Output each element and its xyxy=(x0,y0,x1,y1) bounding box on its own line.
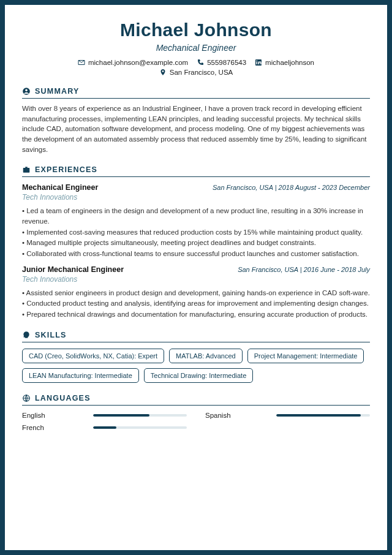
phone-text: 5559876543 xyxy=(207,59,246,66)
head-icon xyxy=(22,331,31,339)
svg-point-4 xyxy=(25,89,28,92)
job-meta: San Francisco, USA | 2018 August - 2023 … xyxy=(213,184,370,191)
job-role: Mechanical Engineer xyxy=(22,43,370,53)
svg-rect-5 xyxy=(23,168,30,173)
globe-icon xyxy=(22,394,31,402)
level-fill xyxy=(93,414,149,417)
summary-label: SUMMARY xyxy=(35,87,80,96)
summary-heading: SUMMARY xyxy=(22,87,370,99)
job-meta: San Francisco, USA | 2016 June - 2018 Ju… xyxy=(238,266,370,273)
skill-pill: LEAN Manufacturing: Intermediate xyxy=(22,368,139,383)
skills-heading: SKILLS xyxy=(22,331,370,342)
job-company: Tech Innovations xyxy=(22,193,370,202)
experiences-label: EXPERIENCES xyxy=(35,165,97,174)
phone-item: 5559876543 xyxy=(197,59,246,66)
contact-row-2: San Francisco, USA xyxy=(22,69,370,76)
level-bar xyxy=(276,414,370,417)
language-name: Spanish xyxy=(205,412,266,419)
location-text: San Francisco, USA xyxy=(170,69,233,76)
resume-page: Michael Johnson Mechanical Engineer mich… xyxy=(0,0,392,555)
job-item: Junior Mechanical Engineer San Francisco… xyxy=(22,265,370,320)
job-item: Mechanical Engineer San Francisco, USA |… xyxy=(22,183,370,259)
svg-point-2 xyxy=(257,60,258,61)
bullet: • Prepared technical drawings and docume… xyxy=(22,309,370,320)
bullet: • Managed multiple projects simultaneous… xyxy=(22,238,370,248)
job-bullets: • Led a team of engineers in the design … xyxy=(22,206,370,259)
language-name: French xyxy=(22,424,83,431)
skills-label: SKILLS xyxy=(35,331,67,339)
skills-list: CAD (Creo, SolidWorks, NX, Catia): Exper… xyxy=(22,349,370,383)
language-name: English xyxy=(22,412,83,419)
skill-pill: Project Management: Intermediate xyxy=(247,349,364,363)
job-title: Mechanical Engineer xyxy=(22,183,98,192)
skill-pill: CAD (Creo, SolidWorks, NX, Catia): Exper… xyxy=(22,349,164,363)
linkedin-icon xyxy=(255,59,262,66)
skill-pill: Technical Drawing: Intermediate xyxy=(144,368,254,383)
languages-list: English Spanish French xyxy=(22,412,370,431)
location-item: San Francisco, USA xyxy=(159,69,233,76)
level-bar xyxy=(93,414,187,417)
language-row: Spanish xyxy=(205,412,370,419)
job-header: Mechanical Engineer San Francisco, USA |… xyxy=(22,183,370,192)
bullet: • Led a team of engineers in the design … xyxy=(22,206,370,226)
level-fill xyxy=(276,414,361,417)
user-icon xyxy=(22,87,31,96)
job-title: Junior Mechanical Engineer xyxy=(22,265,124,274)
email-text: michael.johnson@example.com xyxy=(88,59,188,66)
summary-text: With over 8 years of experience as an In… xyxy=(22,104,370,154)
linkedin-text: michaeljohnson xyxy=(265,59,314,66)
bullet: • Implemented cost-saving measures that … xyxy=(22,227,370,238)
svg-rect-1 xyxy=(257,62,258,65)
languages-label: LANGUAGES xyxy=(35,394,91,402)
full-name: Michael Johnson xyxy=(22,20,370,40)
job-company: Tech Innovations xyxy=(22,275,370,284)
bullet: • Conducted product testing and analysis… xyxy=(22,298,370,309)
mail-icon xyxy=(78,59,85,66)
contact-row-1: michael.johnson@example.com 5559876543 m… xyxy=(22,59,370,66)
skill-pill: MATLAB: Advanced xyxy=(169,349,243,363)
email-item: michael.johnson@example.com xyxy=(78,59,188,66)
phone-icon xyxy=(197,59,204,66)
briefcase-icon xyxy=(22,165,31,174)
languages-heading: LANGUAGES xyxy=(22,394,370,406)
header: Michael Johnson Mechanical Engineer mich… xyxy=(22,20,370,76)
linkedin-item: michaeljohnson xyxy=(255,59,314,66)
pin-icon xyxy=(159,69,167,76)
level-bar xyxy=(93,426,187,429)
level-fill xyxy=(93,426,116,429)
job-header: Junior Mechanical Engineer San Francisco… xyxy=(22,265,370,274)
bullet: • Collaborated with cross-functional tea… xyxy=(22,249,370,259)
bullet: • Assisted senior engineers in product d… xyxy=(22,288,370,298)
experiences-heading: EXPERIENCES xyxy=(22,165,370,177)
language-row: English xyxy=(22,412,187,419)
job-bullets: • Assisted senior engineers in product d… xyxy=(22,288,370,320)
language-row: French xyxy=(22,424,187,431)
